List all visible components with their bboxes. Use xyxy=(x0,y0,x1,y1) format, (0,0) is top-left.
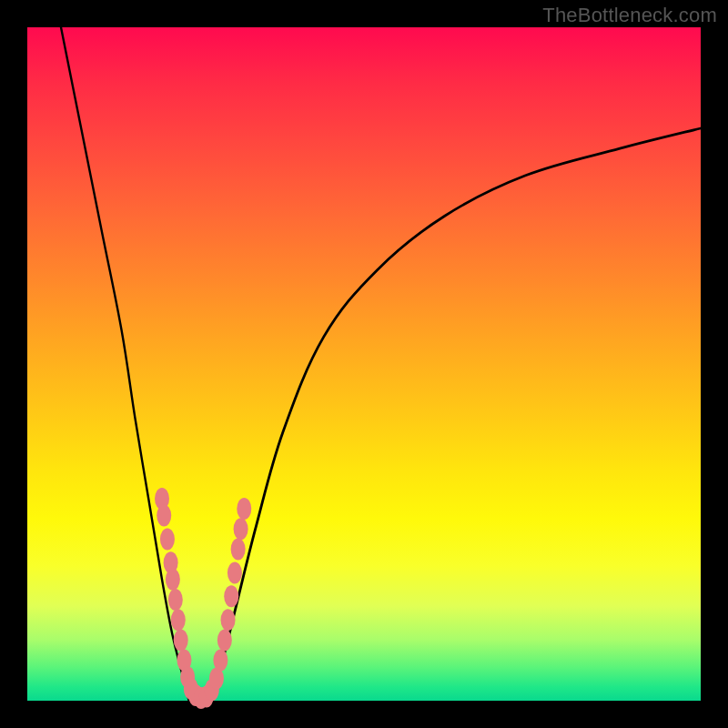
markers-group xyxy=(155,488,251,709)
outer-frame: TheBottleneck.com xyxy=(0,0,728,728)
marker-dot xyxy=(171,609,186,631)
marker-dot xyxy=(224,585,238,607)
marker-dot xyxy=(234,518,248,540)
marker-dot xyxy=(217,629,232,651)
chart-svg xyxy=(27,27,701,701)
plot-area xyxy=(27,27,701,701)
marker-dot xyxy=(168,589,183,611)
marker-dot xyxy=(174,629,188,651)
marker-dot xyxy=(160,528,175,550)
right-branch-curve xyxy=(209,128,701,701)
marker-dot xyxy=(221,609,236,631)
marker-dot xyxy=(213,650,228,672)
marker-dot xyxy=(157,505,171,527)
marker-dot xyxy=(237,498,251,520)
marker-dot xyxy=(231,539,246,561)
watermark-text: TheBottleneck.com xyxy=(542,4,717,27)
marker-dot xyxy=(166,569,180,591)
marker-dot xyxy=(228,561,242,583)
curve-group xyxy=(61,27,701,701)
